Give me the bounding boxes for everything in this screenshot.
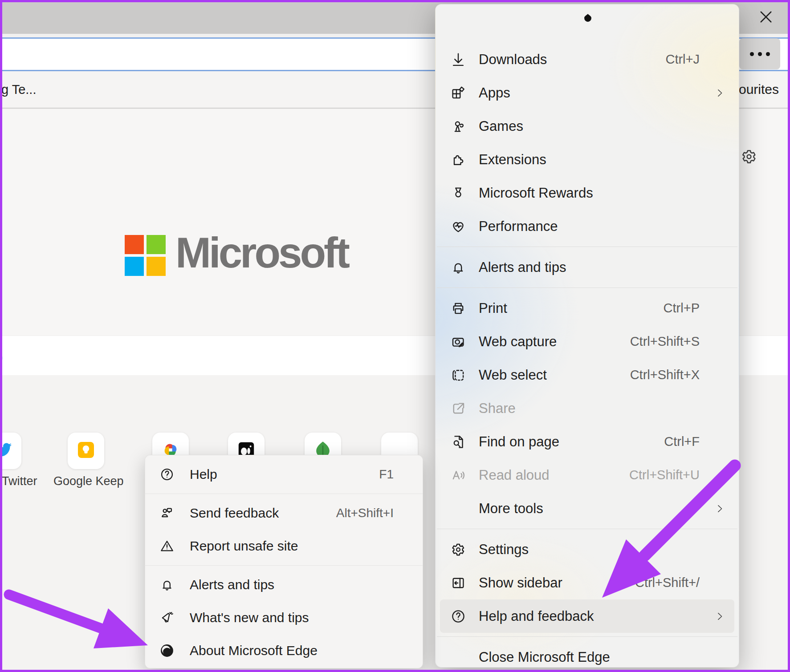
menu-item-alerts-and-tips[interactable]: Alerts and tips	[440, 251, 734, 284]
menu-item-label: Print	[479, 300, 664, 316]
chevron-right-icon	[714, 611, 725, 622]
twitter-icon	[0, 439, 14, 462]
shortcut-tile-twitter[interactable]	[0, 433, 21, 469]
help-icon	[159, 467, 175, 482]
rewards-icon	[450, 185, 466, 201]
chevron-right-icon	[714, 503, 725, 514]
menu-item-close-microsoft-edge[interactable]: Close Microsoft Edge	[440, 640, 734, 668]
menu-item-alerts-and-tips[interactable]: Alerts and tips	[149, 568, 419, 601]
sidebar-icon	[450, 575, 466, 591]
menu-item-apps[interactable]: Apps	[440, 76, 734, 109]
dot-icon	[758, 52, 762, 56]
megaphone-icon	[159, 610, 175, 625]
menu-item-games[interactable]: Games	[440, 109, 734, 143]
favorites-label-fragment[interactable]: ourites	[739, 82, 779, 97]
keep-icon	[75, 439, 97, 462]
menu-item-microsoft-rewards[interactable]: Microsoft Rewards	[440, 176, 734, 210]
menu-item-label: Games	[479, 118, 725, 134]
web-capture-icon	[450, 334, 466, 350]
keyboard-shortcut: Ctrl+F	[664, 434, 700, 449]
web-select-icon	[450, 367, 466, 383]
help-icon	[450, 608, 466, 624]
help-and-feedback-submenu: HelpF1Send feedbackAlt+Shift+IReport uns…	[145, 455, 423, 668]
menu-item-downloads[interactable]: DownloadsCtrl+J	[440, 43, 734, 76]
menu-item-performance[interactable]: Performance	[440, 210, 734, 243]
page-settings-gear-icon[interactable]	[740, 148, 758, 166]
menu-item-label: Report unsafe site	[190, 538, 410, 554]
menu-item-more-tools[interactable]: More tools	[440, 492, 734, 525]
microsoft-logo-icon	[125, 235, 166, 276]
menu-item-label: Close Microsoft Edge	[479, 649, 725, 665]
dot-icon	[750, 52, 754, 56]
no-icon	[450, 649, 466, 665]
menu-item-show-sidebar[interactable]: Show sidebarCtrl+Shift+/	[440, 566, 734, 599]
menu-divider	[437, 636, 737, 637]
menu-item-what-s-new-and-tips[interactable]: What's new and tips	[149, 601, 419, 634]
menu-item-label: Help and feedback	[479, 608, 714, 624]
menu-item-help[interactable]: HelpF1	[149, 458, 419, 491]
menu-item-share: Share	[440, 392, 734, 425]
ms-blue-square	[125, 257, 144, 276]
apps-icon	[450, 85, 466, 101]
find-icon	[450, 434, 466, 450]
menu-item-label: Performance	[479, 219, 725, 235]
menu-item-extensions[interactable]: Extensions	[440, 143, 734, 176]
menu-item-send-feedback[interactable]: Send feedbackAlt+Shift+I	[149, 497, 419, 530]
menu-item-label: Microsoft Rewards	[479, 185, 725, 201]
bookmark-text-fragment[interactable]: g Te...	[1, 82, 36, 97]
menu-item-label: Read aloud	[479, 467, 629, 483]
menu-item-label: Show sidebar	[479, 575, 635, 591]
gear-icon	[450, 542, 466, 558]
menu-item-label: Alerts and tips	[479, 259, 725, 275]
ms-green-square	[147, 235, 166, 254]
keyboard-shortcut: Ctrl+Shift+X	[630, 368, 700, 382]
menu-item-label: Find on page	[479, 434, 664, 450]
menu-item-find-on-page[interactable]: Find on pageCtrl+F	[440, 425, 734, 458]
feedback-icon	[159, 506, 175, 521]
ms-red-square	[125, 235, 144, 254]
edge-settings-menu: DownloadsCtrl+JAppsGamesExtensionsMicros…	[435, 4, 739, 668]
menu-item-label: Help	[190, 467, 379, 482]
screenshot-canvas: g Te... ourites 0 Microsoft TwitterGoogl…	[0, 0, 790, 672]
menu-divider	[437, 287, 737, 288]
read-aloud-icon	[450, 467, 466, 483]
no-icon	[450, 501, 466, 517]
cursor-blob-icon	[582, 13, 593, 23]
microsoft-logo-text: Microsoft	[175, 228, 348, 277]
games-icon	[450, 118, 466, 134]
bell-icon	[159, 577, 175, 592]
shortcut-tile-google-keep[interactable]	[68, 433, 104, 469]
keyboard-shortcut: Ctrl+P	[664, 301, 700, 316]
shortcut-tile-label: Google Keep	[53, 474, 124, 488]
keyboard-shortcut: Ctrl+Shift+/	[635, 575, 700, 590]
keyboard-shortcut: Ctrl+Shift+U	[629, 468, 700, 482]
close-icon	[758, 9, 774, 27]
menu-item-label: Web select	[479, 367, 630, 383]
menu-item-label: What's new and tips	[190, 610, 410, 625]
performance-icon	[450, 219, 466, 235]
menu-divider	[437, 529, 737, 529]
keyboard-shortcut: Ctrl+Shift+S	[630, 334, 700, 349]
chevron-right-icon	[714, 87, 725, 99]
print-icon	[450, 300, 466, 316]
menu-item-label: Settings	[479, 542, 725, 558]
extensions-icon	[450, 152, 466, 168]
menu-item-settings[interactable]: Settings	[440, 533, 734, 566]
menu-item-about-microsoft-edge[interactable]: About Microsoft Edge	[149, 634, 419, 667]
keyboard-shortcut: Alt+Shift+I	[336, 506, 394, 520]
menu-item-label: About Microsoft Edge	[190, 643, 410, 658]
menu-item-web-select[interactable]: Web selectCtrl+Shift+X	[440, 358, 734, 392]
edge-logo-icon	[159, 643, 175, 658]
download-icon	[450, 52, 466, 68]
menu-item-web-capture[interactable]: Web captureCtrl+Shift+S	[440, 325, 734, 358]
page-text-fragment: 0	[0, 352, 3, 365]
menu-item-label: More tools	[479, 501, 714, 517]
menu-item-print[interactable]: PrintCtrl+P	[440, 291, 734, 325]
menu-item-help-and-feedback[interactable]: Help and feedback	[440, 599, 734, 633]
menu-item-read-aloud: Read aloudCtrl+Shift+U	[440, 458, 734, 492]
keyboard-shortcut: Ctrl+J	[665, 52, 700, 67]
menu-item-label: Alerts and tips	[190, 577, 410, 592]
menu-item-report-unsafe-site[interactable]: Report unsafe site	[149, 530, 419, 563]
close-window-button[interactable]	[753, 6, 778, 29]
settings-and-more-button[interactable]	[739, 38, 780, 69]
